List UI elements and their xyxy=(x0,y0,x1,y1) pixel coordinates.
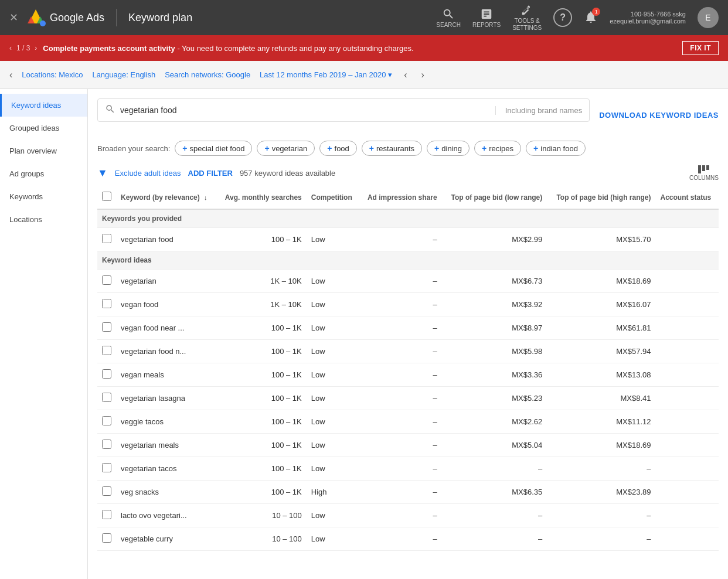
select-all-checkbox[interactable] xyxy=(102,192,111,201)
row-checkbox-1-7[interactable] xyxy=(102,440,111,449)
date-prev-button[interactable]: ‹ xyxy=(402,67,409,83)
alert-nav: ‹ 1 / 3 › xyxy=(9,44,37,52)
row-checkbox-1-5[interactable] xyxy=(102,393,111,402)
bid-high-cell: MX$61.81 xyxy=(547,316,655,340)
keyword-cell: vegetarian meals xyxy=(116,434,216,457)
table-row: vegetarian meals100 – 1KLow–MX$5.04MX$18… xyxy=(97,434,719,457)
competition-cell: High xyxy=(307,481,359,504)
sidebar-label-ad-groups: Ad groups xyxy=(9,169,44,178)
sidebar-item-grouped-ideas[interactable]: Grouped ideas xyxy=(0,117,87,139)
row-checkbox-1-2[interactable] xyxy=(102,322,111,332)
tools-nav-label: TOOLS & SETTINGS xyxy=(512,18,542,32)
competition-cell: Low xyxy=(307,316,359,340)
row-checkbox-1-3[interactable] xyxy=(102,346,111,355)
close-button[interactable]: ✕ xyxy=(9,11,18,24)
locations-value[interactable]: Mexico xyxy=(59,70,83,79)
account-status-cell xyxy=(656,410,719,434)
reports-nav-btn[interactable]: REPORTS xyxy=(472,8,501,28)
broaden-chip-vegetarian[interactable]: + vegetarian xyxy=(257,141,315,156)
row-checkbox-1-8[interactable] xyxy=(102,463,111,472)
table-row: veg snacks100 – 1KHigh–MX$6.35MX$23.89 xyxy=(97,481,719,504)
table-row: veggie tacos100 – 1KLow–MX$2.62MX$11.12 xyxy=(97,410,719,434)
sidebar-item-keyword-ideas[interactable]: Keyword ideas xyxy=(0,94,87,117)
bid-low-header[interactable]: Top of page bid (low range) xyxy=(442,186,547,209)
row-checkbox-1-6[interactable] xyxy=(102,416,111,425)
nav-divider xyxy=(116,9,117,26)
fix-it-button[interactable]: FIX IT xyxy=(682,41,719,55)
row-checkbox-1-0[interactable] xyxy=(102,275,111,285)
broaden-chip-food[interactable]: + food xyxy=(319,141,357,156)
alert-prev-btn[interactable]: ‹ xyxy=(9,44,12,52)
keyword-cell: vegetarian food n... xyxy=(116,340,216,363)
row-checkbox-1-11[interactable] xyxy=(102,533,111,543)
monthly-searches-header[interactable]: Avg. monthly searches xyxy=(216,186,307,209)
competition-cell: Low xyxy=(307,504,359,527)
table-row: vegetarian tacos100 – 1KLow––– xyxy=(97,457,719,481)
bid-low-cell: – xyxy=(442,527,547,551)
bid-high-cell: MX$23.89 xyxy=(547,481,655,504)
keyword-cell: vegan meals xyxy=(116,363,216,387)
bid-high-cell: MX$18.69 xyxy=(547,270,655,293)
bid-low-cell: MX$5.98 xyxy=(442,340,547,363)
sidebar-item-plan-overview[interactable]: Plan overview xyxy=(0,139,87,162)
collapse-sidebar-button[interactable]: ‹ xyxy=(9,70,12,80)
date-chevron-icon[interactable]: ▾ xyxy=(388,70,392,79)
section-header-0: Keywords you provided xyxy=(97,209,719,228)
keyword-cell: vegan food xyxy=(116,293,216,316)
keyword-cell: veg snacks xyxy=(116,481,216,504)
date-next-button[interactable]: › xyxy=(419,67,426,83)
content-area: Including brand names DOWNLOAD KEYWORD I… xyxy=(88,89,728,579)
google-ads-logo: Google Ads xyxy=(25,7,104,28)
date-value[interactable]: Feb 2019 – Jan 2020 xyxy=(314,70,386,79)
language-value[interactable]: English xyxy=(130,70,155,79)
sidebar-item-locations[interactable]: Locations xyxy=(0,208,87,231)
table-header: Keyword (by relevance) ↓ Avg. monthly se… xyxy=(97,186,719,209)
monthly-searches-cell: 100 – 1K xyxy=(216,434,307,457)
add-filter-button[interactable]: ADD FILTER xyxy=(188,169,233,178)
broaden-chip-restaurants[interactable]: + restaurants xyxy=(362,141,422,156)
broaden-chip-special-diet-food[interactable]: + special diet food xyxy=(175,141,252,156)
table-row: lacto ovo vegetari...10 – 100Low––– xyxy=(97,504,719,527)
date-filter: Last 12 months Feb 2019 – Jan 2020 ▾ xyxy=(260,70,392,79)
sidebar-item-ad-groups[interactable]: Ad groups xyxy=(0,162,87,185)
sidebar-item-keywords[interactable]: Keywords xyxy=(0,185,87,208)
table-row: vegetarian1K – 10KLow–MX$6.73MX$18.69 xyxy=(97,270,719,293)
download-keyword-ideas-button[interactable]: DOWNLOAD KEYWORD IDEAS xyxy=(599,111,719,120)
keyword-header[interactable]: Keyword (by relevance) ↓ xyxy=(116,186,216,209)
broaden-chip-recipes[interactable]: + recipes xyxy=(474,141,521,156)
ad-impression-header[interactable]: Ad impression share xyxy=(359,186,442,209)
monthly-searches-cell: 100 – 1K xyxy=(216,410,307,434)
row-checkbox-1-1[interactable] xyxy=(102,299,111,308)
search-nav-btn[interactable]: SEARCH xyxy=(436,8,461,28)
search-icon-wrap xyxy=(105,104,115,117)
search-input[interactable] xyxy=(120,105,495,115)
exclude-adult-ideas-link[interactable]: Exclude adult ideas xyxy=(115,169,181,178)
bid-high-header[interactable]: Top of page bid (high range) xyxy=(547,186,655,209)
table-row: vegan food1K – 10KLow–MX$3.92MX$16.07 xyxy=(97,293,719,316)
columns-button[interactable]: COLUMNS xyxy=(689,165,719,181)
bid-high-cell: MX$15.70 xyxy=(547,228,655,251)
notifications-button[interactable]: 1 xyxy=(584,10,598,26)
row-checkbox-0-0[interactable] xyxy=(102,234,111,243)
help-button[interactable]: ? xyxy=(553,8,572,27)
monthly-searches-cell: 10 – 100 xyxy=(216,504,307,527)
network-value[interactable]: Google xyxy=(226,70,250,79)
competition-header[interactable]: Competition xyxy=(307,186,359,209)
network-filter: Search networks: Google xyxy=(165,70,250,79)
tools-nav-btn[interactable]: TOOLS & SETTINGS xyxy=(512,4,542,32)
competition-cell: Low xyxy=(307,363,359,387)
row-checkbox-1-4[interactable] xyxy=(102,369,111,379)
broaden-chip-label-5: recipes xyxy=(489,144,513,153)
broaden-chip-dining[interactable]: + dining xyxy=(427,141,470,156)
alert-next-btn[interactable]: › xyxy=(35,44,37,52)
row-checkbox-1-10[interactable] xyxy=(102,510,111,519)
row-checkbox-1-9[interactable] xyxy=(102,486,111,496)
account-status-header[interactable]: Account status xyxy=(656,186,719,209)
broaden-chip-indian-food[interactable]: + indian food xyxy=(526,141,586,156)
user-avatar[interactable]: E xyxy=(698,7,719,28)
bid-high-cell: MX$11.12 xyxy=(547,410,655,434)
account-status-cell xyxy=(656,481,719,504)
google-ads-logo-icon xyxy=(25,7,46,28)
keyword-cell: vegan food near ... xyxy=(116,316,216,340)
ad-share-cell: – xyxy=(359,434,442,457)
